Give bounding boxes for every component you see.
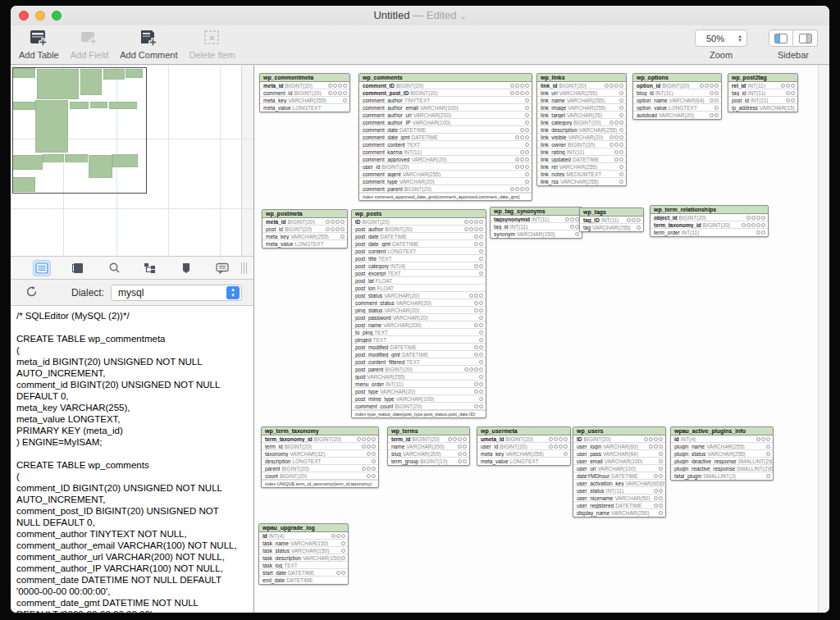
field-row[interactable]: comment_agentVARCHAR(255) <box>359 171 532 178</box>
field-row[interactable]: plugin_nameVARCHAR(255) <box>671 443 773 450</box>
field-row[interactable]: post_modified_gmtDATETIME <box>352 351 486 358</box>
entity-table-wp_comments[interactable]: wp_commentscomment_IDBIGINT(20)comment_p… <box>358 73 532 201</box>
field-row[interactable]: parentBIGINT(20) <box>262 465 378 472</box>
field-row[interactable]: to_pingTEXT <box>352 329 486 336</box>
field-row[interactable]: link_targetVARCHAR(25) <box>537 112 626 119</box>
field-row[interactable]: blog_idINT(11) <box>633 89 721 97</box>
search-icon[interactable] <box>105 260 123 276</box>
field-row[interactable]: post_idBIGINT(20) <box>262 226 347 233</box>
field-row[interactable]: comment_contentTEXT <box>359 141 532 148</box>
field-row[interactable]: link_notesMEDIUMTEXT <box>537 171 626 178</box>
field-row[interactable]: link_nameVARCHAR(255) <box>537 97 626 104</box>
field-row[interactable]: user_loginVARCHAR(60) <box>573 443 665 450</box>
field-row[interactable]: link_updatedDATETIME <box>537 156 626 163</box>
field-row[interactable]: option_nameVARCHAR(64) <box>633 97 721 104</box>
field-row[interactable]: dateYMDhourDATETIME <box>573 472 665 480</box>
field-row[interactable]: user_registeredDATETIME <box>573 502 665 509</box>
field-row[interactable]: post_modifiedDATETIME <box>352 344 486 351</box>
field-row[interactable]: comment_post_IDBIGINT(20) <box>359 89 532 97</box>
entity-table-wp_posts[interactable]: wp_postsIDBIGINT(20)post_authorBIGINT(20… <box>351 209 486 418</box>
field-row[interactable]: comment_date_gmtDATETIME <box>359 134 532 141</box>
field-row[interactable]: comment_parentBIGINT(20) <box>359 185 532 193</box>
field-row[interactable]: tag_IDINT(11) <box>580 217 643 224</box>
entity-table-wp_commentmeta[interactable]: wp_commentmetameta_idBIGINT(20)comment_i… <box>259 73 350 112</box>
table-header[interactable]: wp_term_taxonomy <box>262 427 378 435</box>
field-row[interactable]: term_idBIGINT(20) <box>262 443 378 450</box>
field-row[interactable]: post_parentBIGINT(20) <box>352 366 486 373</box>
overview-minimap[interactable] <box>11 66 253 257</box>
field-row[interactable]: comment_author_emailVARCHAR(100) <box>359 104 532 112</box>
field-row[interactable]: link_urlVARCHAR(255) <box>537 89 626 97</box>
field-row[interactable]: post_mime_typeVARCHAR(100) <box>352 395 486 403</box>
field-row[interactable]: end_dateDATETIME <box>259 577 348 584</box>
field-row[interactable]: post_statusVARCHAR(20) <box>352 292 486 299</box>
field-row[interactable]: countBIGINT(20) <box>262 472 378 480</box>
field-row[interactable]: guidVARCHAR(255) <box>352 373 486 381</box>
field-row[interactable]: post_idINT(11) <box>728 97 797 104</box>
table-header[interactable]: wp_term_relationships <box>651 206 768 214</box>
zoom-stepper[interactable]: 50% ▲▼ <box>695 30 747 47</box>
tab-comments[interactable] <box>213 260 231 276</box>
field-row[interactable]: link_descriptionVARCHAR(255) <box>537 126 626 134</box>
entity-table-wp_tags[interactable]: wp_tagstag_IDINT(11)tagVARCHAR(255) <box>579 207 644 232</box>
add-comment-button[interactable]: Add Comment <box>120 28 177 60</box>
field-row[interactable]: user_activation_keyVARCHAR(60) <box>573 480 665 487</box>
field-row[interactable]: term_idBIGINT(20) <box>388 435 469 443</box>
table-header[interactable]: wp_links <box>537 74 626 82</box>
field-row[interactable]: user_statusINT(11) <box>573 487 665 495</box>
field-row[interactable]: user_urlVARCHAR(100) <box>573 465 665 472</box>
field-row[interactable]: link_ratingINT(11) <box>537 148 626 156</box>
field-row[interactable]: plugin_reactive_responseSMALLINT(2) <box>671 465 773 472</box>
table-header[interactable]: wp_usermeta <box>477 427 570 435</box>
field-row[interactable]: post_contentLONGTEXT <box>352 248 486 255</box>
field-row[interactable]: comment_IDBIGINT(20) <box>359 82 532 89</box>
field-row[interactable]: taxonomyVARCHAR(32) <box>262 450 378 458</box>
table-header[interactable]: wpau_active_plugins_info <box>671 427 773 435</box>
field-row[interactable]: nameVARCHAR(200) <box>388 443 469 450</box>
field-row[interactable]: autoloadVARCHAR(20) <box>633 112 721 119</box>
field-row[interactable]: start_dateDATETIME <box>259 569 348 577</box>
entity-table-wp_term_relationships[interactable]: wp_term_relationshipsobject_idBIGINT(20)… <box>650 205 769 237</box>
field-row[interactable]: plugin_statusVARCHAR(255) <box>671 450 773 458</box>
add-table-button[interactable]: Add Table <box>19 28 59 60</box>
field-row[interactable]: meta_keyVARCHAR(255) <box>262 233 347 240</box>
field-row[interactable]: comment_idBIGINT(20) <box>260 89 349 97</box>
field-row[interactable]: post_typeVARCHAR(20) <box>352 388 486 395</box>
tab-flag[interactable] <box>177 260 195 276</box>
refresh-icon[interactable] <box>24 285 39 300</box>
field-row[interactable]: meta_keyVARCHAR(255) <box>260 97 349 104</box>
tab-sql-list[interactable] <box>33 260 51 276</box>
field-row[interactable]: post_dateDATETIME <box>352 233 486 240</box>
field-row[interactable]: descriptionLONGTEXT <box>262 458 378 465</box>
field-row[interactable]: meta_keyVARCHAR(255) <box>477 450 570 458</box>
field-row[interactable]: post_content_filteredTEXT <box>352 358 486 366</box>
entity-table-wp_tag_synonyms[interactable]: wp_tag_synonymstagsynonymidINT(11)tag_id… <box>490 207 582 239</box>
minimize-button[interactable] <box>35 11 45 21</box>
field-row[interactable]: post_passwordVARCHAR(20) <box>352 314 486 321</box>
field-row[interactable]: object_idBIGINT(20) <box>651 214 768 221</box>
field-row[interactable]: post_latFLOAT <box>352 277 486 285</box>
field-row[interactable]: link_visibleVARCHAR(20) <box>537 134 626 141</box>
tab-hierarchy[interactable] <box>141 260 159 276</box>
delete-item-button[interactable]: Delete Item <box>189 28 235 60</box>
field-row[interactable]: user_idBIGINT(20) <box>477 443 570 450</box>
entity-table-wp_term_taxonomy[interactable]: wp_term_taxonomyterm_taxonomy_idBIGINT(2… <box>261 426 379 488</box>
minimap-viewport[interactable] <box>12 67 147 194</box>
panel-resize-grip[interactable] <box>241 262 247 274</box>
field-row[interactable]: idINT(4) <box>671 435 773 443</box>
field-row[interactable]: term_taxonomy_idBIGINT(20) <box>262 435 378 443</box>
table-header[interactable]: wp_tag_synonyms <box>491 207 582 216</box>
entity-table-wp_links[interactable]: wp_linkslink_idBIGINT(20)link_urlVARCHAR… <box>536 73 627 186</box>
field-row[interactable]: post_categoryINT(4) <box>352 262 486 270</box>
table-header[interactable]: wp_posts <box>352 210 486 218</box>
add-field-button[interactable]: Add Field <box>71 28 108 60</box>
field-row[interactable]: term_orderINT(11) <box>651 229 768 236</box>
field-row[interactable]: post_titleTEXT <box>352 255 486 262</box>
field-row[interactable]: comment_approvedVARCHAR(20) <box>359 156 532 163</box>
field-row[interactable]: user_emailVARCHAR(100) <box>573 458 665 465</box>
field-row[interactable]: comment_dateDATETIME <box>359 126 532 134</box>
field-row[interactable]: synonymVARCHAR(150) <box>491 230 582 238</box>
field-row[interactable]: meta_idBIGINT(20) <box>260 82 349 89</box>
field-row[interactable]: IDBIGINT(20) <box>573 435 665 443</box>
entity-table-wp_options[interactable]: wp_optionsoption_idBIGINT(20)blog_idINT(… <box>632 73 722 120</box>
